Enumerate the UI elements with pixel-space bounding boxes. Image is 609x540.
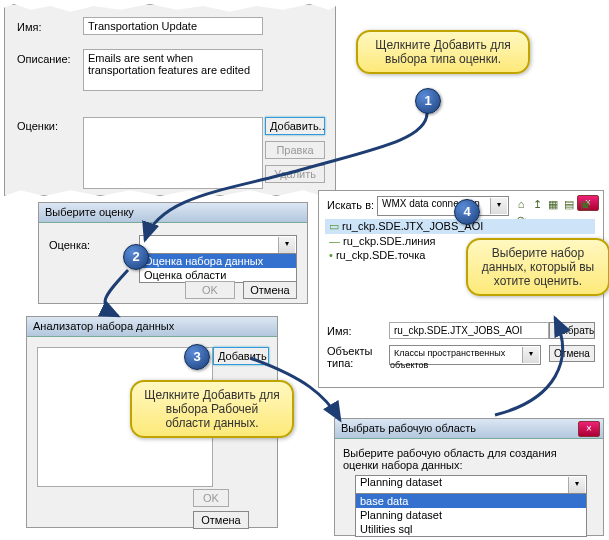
browse-type-value: Классы пространственных объектов [390, 347, 505, 371]
close-icon[interactable]: × [578, 421, 600, 437]
step-badge-1: 1 [415, 88, 441, 114]
desc-input[interactable]: Emails are sent when transportation feat… [83, 49, 263, 91]
browse-type-label: Объекты типа: [327, 345, 383, 369]
name-label: Имя: [17, 21, 41, 33]
workspace-combo[interactable]: Planning dataset ▾ [355, 475, 587, 495]
delete-button: Удалить [265, 165, 325, 183]
browse-cancel-button[interactable]: Отмена [549, 345, 595, 362]
eval-field-label: Оценка: [49, 239, 90, 251]
name-input[interactable] [83, 17, 263, 35]
edit-button: Правка [265, 141, 325, 159]
point-icon: • [329, 249, 336, 261]
desc-label: Описание: [17, 53, 71, 65]
home-icon[interactable]: ⌂ [513, 196, 529, 212]
workspace-option[interactable]: base data [356, 494, 586, 508]
workspace-option[interactable]: Utilities sql [356, 522, 586, 536]
look-in-label: Искать в: [327, 199, 374, 211]
callout-4: Выберите набор данных, который вы хотите… [466, 238, 609, 296]
eval-label: Оценки: [17, 120, 58, 132]
workspace-combo-list[interactable]: base data Planning dataset Utilities sql [355, 493, 587, 537]
workspace-dialog: Выбрать рабочую область× Выберите рабочу… [334, 418, 604, 536]
cancel-button[interactable]: Отмена [243, 281, 297, 299]
workspace-instruction: Выберите рабочую область для создания оц… [343, 447, 593, 471]
add-button[interactable]: Добавить.. [265, 117, 325, 135]
chevron-down-icon[interactable]: ▾ [278, 237, 295, 253]
eval-option-area[interactable]: Оценка области [140, 268, 296, 282]
up-icon[interactable]: ↥ [529, 196, 545, 212]
look-in-combo[interactable]: WMX data connection ▾ [377, 196, 509, 216]
callout-3: Щелкните Добавить для выбора Рабочей обл… [130, 380, 294, 438]
ok-button: OK [185, 281, 235, 299]
workspace-selected: Planning dataset [356, 475, 446, 489]
chevron-down-icon[interactable]: ▾ [490, 198, 507, 214]
analyzer-title: Анализатор набора данных [27, 317, 277, 337]
eval-combo[interactable]: ▾ [139, 235, 297, 255]
browse-name-input[interactable] [389, 322, 549, 339]
form-panel: Имя: Описание: Emails are sent when tran… [4, 4, 336, 196]
eval-option-dataset[interactable]: Оценка набора данных [140, 254, 296, 268]
grid-icon[interactable]: ▦ [545, 196, 561, 212]
analyzer-add-button[interactable]: Добавить [213, 347, 269, 365]
select-eval-title: Выберите оценку [39, 203, 307, 223]
analyzer-ok-button: OK [193, 489, 229, 507]
folder-icon[interactable]: ▣ [577, 196, 593, 212]
browse-name-label: Имя: [327, 325, 351, 337]
eval-list[interactable] [83, 117, 263, 189]
step-badge-2: 2 [123, 244, 149, 270]
select-button[interactable]: Выбрать [549, 322, 595, 339]
chevron-down-icon[interactable]: ▾ [522, 347, 539, 363]
list-icon[interactable]: ▤ [561, 196, 577, 212]
step-badge-3: 3 [184, 344, 210, 370]
analyzer-cancel-button[interactable]: Отмена [193, 511, 249, 529]
line-icon: — [329, 235, 343, 247]
select-eval-dialog: Выберите оценку Оценка: ▾ Оценка набора … [38, 202, 308, 304]
step-badge-4: 4 [454, 199, 480, 225]
polygon-icon: ▭ [329, 220, 342, 232]
browse-type-combo[interactable]: Классы пространственных объектов ▾ [389, 345, 541, 365]
callout-1: Щелкните Добавить для выбора типа оценки… [356, 30, 530, 74]
eval-combo-list[interactable]: Оценка набора данных Оценка области [139, 253, 297, 283]
workspace-option[interactable]: Planning dataset [356, 508, 586, 522]
chevron-down-icon[interactable]: ▾ [568, 477, 585, 493]
workspace-title: Выбрать рабочую область× [335, 419, 603, 439]
